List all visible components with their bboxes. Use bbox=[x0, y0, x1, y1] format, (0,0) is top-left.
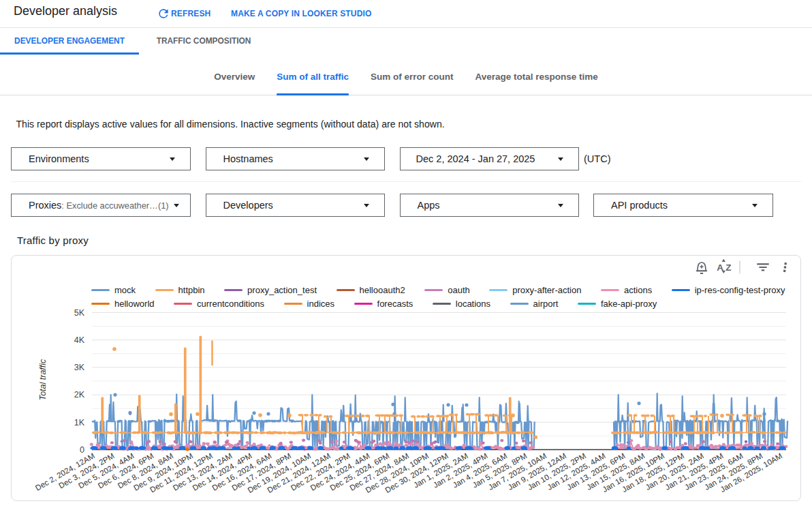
svg-text:2K: 2K bbox=[74, 390, 85, 400]
svg-text:5K: 5K bbox=[74, 308, 85, 318]
svg-text:3K: 3K bbox=[74, 363, 85, 372]
svg-text:Total traffic: Total traffic bbox=[38, 359, 48, 400]
svg-text:1K: 1K bbox=[74, 418, 85, 427]
svg-text:4K: 4K bbox=[74, 335, 85, 345]
svg-text:0: 0 bbox=[80, 445, 84, 455]
